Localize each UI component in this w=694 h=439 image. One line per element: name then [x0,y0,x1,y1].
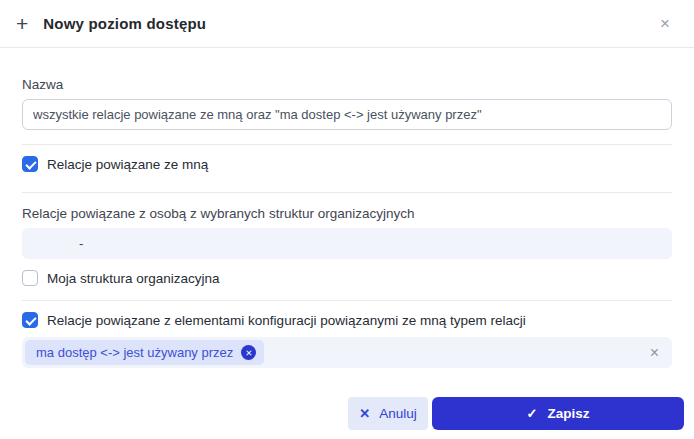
relation-type-chip: ma dostęp <-> jest używany przez ✕ [25,340,264,365]
relation-type-multiselect[interactable]: ma dostęp <-> jest używany przez ✕ × [22,337,672,368]
relation-type-row[interactable]: Relacje powiązane z elementami konfigura… [22,312,672,328]
chip-remove-icon[interactable]: ✕ [241,345,256,360]
save-button[interactable]: ✓ Zapisz [432,397,684,430]
cancel-x-icon: ✕ [359,406,370,421]
modal-footer: ✕ Anuluj ✓ Zapisz [0,397,694,439]
relation-type-label: Relacje powiązane z elementami konfigura… [47,313,526,328]
relations-with-me-checkbox[interactable] [22,156,38,172]
divider [22,144,672,145]
cancel-button[interactable]: ✕ Anuluj [348,397,428,430]
name-label: Nazwa [22,77,672,92]
relation-type-chip-label: ma dostęp <-> jest używany przez [36,345,233,360]
modal-header: + Nowy poziom dostępu × [0,0,694,48]
modal-body: Nazwa Relacje powiązane ze mną Relacje p… [0,48,694,397]
plus-icon: + [16,13,28,34]
relation-type-checkbox[interactable] [22,312,38,328]
org-structures-label: Relacje powiązane z osobą z wybranych st… [22,206,672,221]
relations-with-me-label: Relacje powiązane ze mną [47,157,208,172]
org-structures-field[interactable]: - [22,228,672,259]
close-icon[interactable]: × [660,15,670,32]
save-button-label: Zapisz [547,406,589,421]
clear-selection-icon[interactable]: × [650,345,659,361]
divider [22,192,672,193]
name-input[interactable] [22,99,672,130]
relations-with-me-row[interactable]: Relacje powiązane ze mną [22,156,672,172]
cancel-button-label: Anuluj [379,406,417,421]
my-structure-label: Moja struktura organizacyjna [47,271,220,286]
my-structure-row[interactable]: Moja struktura organizacyjna [22,270,672,286]
divider [22,300,672,301]
my-structure-checkbox[interactable] [22,270,38,286]
modal-title: Nowy poziom dostępu [43,15,206,32]
save-check-icon: ✓ [527,406,538,421]
new-access-level-modal: + Nowy poziom dostępu × Nazwa Relacje po… [0,0,694,439]
